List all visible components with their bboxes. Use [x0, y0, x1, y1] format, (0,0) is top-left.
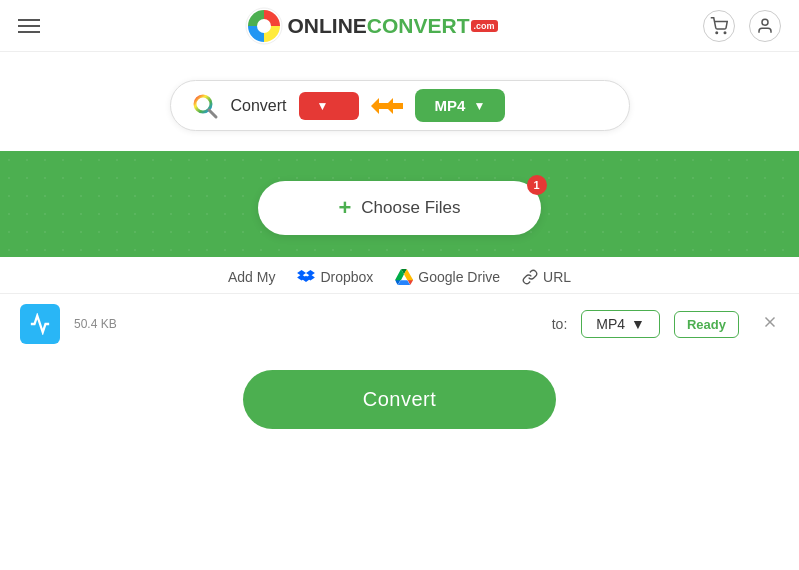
- file-icon: [29, 313, 51, 335]
- header: ONLINE CONVERT .com: [0, 0, 799, 52]
- dropbox-label: Dropbox: [320, 269, 373, 285]
- logo-com: .com: [471, 20, 498, 32]
- chevron-down-icon: ▼: [473, 99, 485, 113]
- search-bar-container: Convert ▼ MP4 ▼: [0, 52, 799, 151]
- cart-icon: [710, 17, 728, 35]
- drop-zone: + Choose Files 1: [0, 151, 799, 257]
- user-button[interactable]: [749, 10, 781, 42]
- convert-label: Convert: [231, 97, 287, 115]
- svg-line-6: [209, 110, 216, 117]
- file-thumbnail: [20, 304, 60, 344]
- delete-file-button[interactable]: [761, 313, 779, 336]
- file-row: 50.4 KB to: MP4 ▼ Ready: [0, 293, 799, 354]
- search-bar: Convert ▼ MP4 ▼: [170, 80, 630, 131]
- logo-convert: CONVERT: [367, 14, 470, 38]
- svg-point-2: [716, 32, 718, 34]
- file-size: 50.4 KB: [74, 317, 129, 331]
- convert-to-button[interactable]: MP4 ▼: [415, 89, 506, 122]
- logo-icon: [245, 7, 283, 45]
- convert-btn-row: Convert: [0, 354, 799, 447]
- url-icon: [522, 269, 538, 285]
- add-my-row: Add My Dropbox Google Drive URL: [0, 257, 799, 293]
- chevron-down-icon: ▼: [317, 99, 329, 113]
- svg-point-4: [762, 19, 768, 25]
- file-count-badge: 1: [527, 175, 547, 195]
- file-format-label: MP4: [596, 316, 625, 332]
- user-icon: [756, 17, 774, 35]
- choose-files-button[interactable]: + Choose Files 1: [258, 181, 540, 235]
- google-drive-icon: [395, 269, 413, 285]
- logo-online: ONLINE: [287, 14, 366, 38]
- to-label: to:: [552, 316, 568, 332]
- choose-files-label: Choose Files: [361, 198, 460, 218]
- google-drive-label: Google Drive: [418, 269, 500, 285]
- url-button[interactable]: URL: [522, 269, 571, 285]
- dropbox-icon: [297, 269, 315, 285]
- convert-from-button[interactable]: ▼: [299, 92, 359, 120]
- url-label: URL: [543, 269, 571, 285]
- to-format-label: MP4: [435, 97, 466, 114]
- logo: ONLINE CONVERT .com: [245, 7, 497, 45]
- google-drive-button[interactable]: Google Drive: [395, 269, 500, 285]
- svg-marker-8: [385, 98, 403, 114]
- close-icon: [761, 313, 779, 331]
- svg-point-1: [257, 19, 271, 33]
- search-icon: [191, 92, 219, 120]
- add-my-label: Add My: [228, 269, 275, 285]
- file-format-button[interactable]: MP4 ▼: [581, 310, 660, 338]
- convert-button[interactable]: Convert: [243, 370, 557, 429]
- menu-button[interactable]: [18, 19, 40, 33]
- dropbox-button[interactable]: Dropbox: [297, 269, 373, 285]
- chevron-down-icon: ▼: [631, 316, 645, 332]
- ready-badge: Ready: [674, 311, 739, 338]
- cart-button[interactable]: [703, 10, 735, 42]
- svg-point-3: [724, 32, 726, 34]
- search-icon-wrap: [191, 92, 219, 120]
- header-icons: [703, 10, 781, 42]
- arrows-icon: [371, 96, 403, 116]
- arrow-icon: [371, 96, 403, 116]
- plus-icon: +: [338, 195, 351, 221]
